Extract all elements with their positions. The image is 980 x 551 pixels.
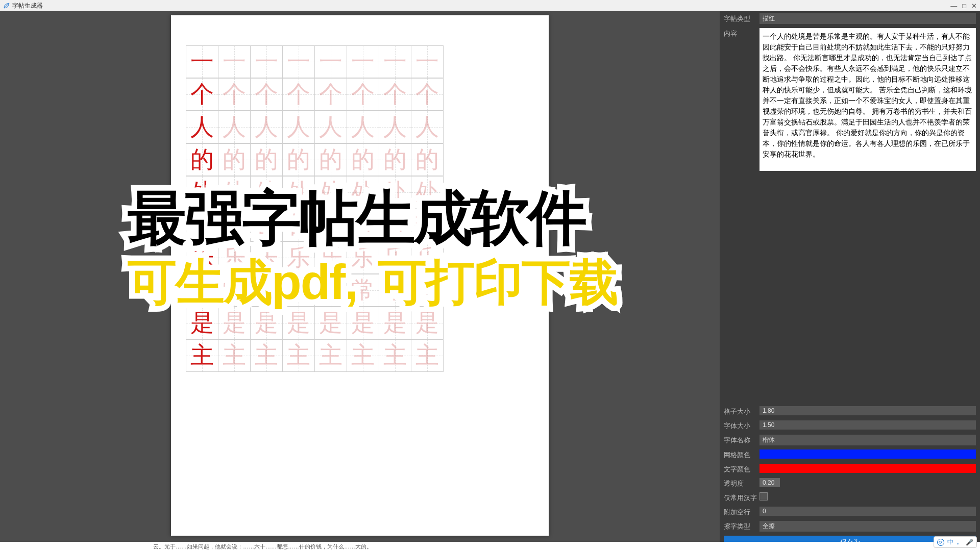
char-trace: 主	[319, 340, 342, 371]
char-solid: 一	[190, 46, 214, 78]
char-solid: 的	[190, 144, 214, 176]
font-name-input[interactable]: 楷体	[760, 435, 976, 445]
ime-lang: 中	[947, 538, 953, 546]
spacing-input[interactable]: 0	[760, 507, 976, 516]
content-textarea[interactable]: 一个人的处境是苦是乐常是主观的。有人安于某种生活，有人不能因此能安于自己目前处境…	[760, 28, 976, 171]
grid-cell: 一	[314, 45, 347, 78]
grid-cell: 的	[218, 143, 251, 176]
char-solid: 个	[190, 79, 214, 110]
grid-row: 主主主主主主主主	[186, 340, 533, 372]
char-trace: 的	[319, 144, 342, 176]
common-row: 仅常用汉字	[720, 490, 980, 505]
settings-panel: 字帖类型 描红 内容 一个人的处境是苦是乐常是主观的。有人安于某种生活，有人不能…	[720, 11, 980, 551]
char-trace: 人	[351, 111, 375, 143]
grid-cell: 个	[347, 78, 379, 111]
ime-punct: 。	[957, 538, 963, 546]
grid-cell: 个	[250, 78, 283, 111]
char-trace: 主	[223, 340, 246, 371]
grid-cell: 主	[347, 339, 379, 372]
char-trace: 人	[223, 111, 246, 143]
common-checkbox[interactable]	[760, 492, 768, 500]
grid-cell: 主	[379, 339, 411, 372]
fill-select[interactable]: 全擦	[760, 521, 976, 532]
char-trace: 的	[383, 144, 407, 176]
char-trace: 一	[415, 46, 439, 78]
char-trace: 的	[255, 144, 278, 176]
overlay-shadow1: 最强字帖生成软件	[128, 179, 585, 258]
char-solid: 主	[190, 340, 214, 371]
text-color-picker[interactable]	[760, 464, 976, 473]
content-label: 内容	[724, 28, 760, 38]
char-trace: 个	[351, 79, 375, 110]
char-trace: 人	[383, 111, 407, 143]
grid-cell: 主	[186, 339, 218, 372]
status-bar: 云。元于……如果问起，他就会说：……六十……都怎……什的价钱，为什么……大的。	[0, 542, 980, 551]
maximize-button[interactable]: □	[962, 2, 966, 10]
window-title: 字帖生成器	[12, 2, 43, 10]
cell-size-label: 格子大小	[724, 406, 760, 416]
char-trace: 人	[319, 111, 342, 143]
ime-indicator[interactable]: ⟳ 中 。 🎤	[934, 536, 977, 548]
grid-cell: 人	[347, 111, 379, 143]
char-trace: 主	[415, 340, 439, 371]
grid-cell: 的	[250, 143, 283, 176]
grid-cell: 一	[186, 45, 218, 78]
char-trace: 的	[223, 144, 246, 176]
grid-color-row: 网格颜色	[720, 447, 980, 462]
grid-cell: 个	[186, 78, 218, 111]
minimize-button[interactable]: —	[950, 2, 957, 10]
char-trace: 一	[319, 46, 342, 78]
char-trace: 主	[287, 340, 310, 371]
char-trace: 个	[287, 79, 310, 110]
grid-cell: 的	[411, 143, 444, 176]
grid-color-picker[interactable]	[760, 449, 976, 459]
grid-cell: 一	[218, 45, 251, 78]
mic-icon: 🎤	[966, 539, 973, 546]
char-trace: 个	[223, 79, 246, 110]
cell-size-input[interactable]: 1.80	[760, 406, 976, 415]
type-label: 字帖类型	[724, 13, 760, 23]
char-trace: 的	[415, 144, 439, 176]
char-trace: 人	[287, 111, 310, 143]
type-select[interactable]: 描红	[760, 13, 976, 24]
grid-cell: 个	[282, 78, 315, 111]
char-trace: 个	[319, 79, 342, 110]
grid-cell: 一	[347, 45, 379, 78]
char-trace: 人	[415, 111, 439, 143]
font-name-label: 字体名称	[724, 435, 760, 445]
grid-cell: 一	[282, 45, 315, 78]
grid-row: 的的的的的的的的	[186, 144, 533, 177]
grid-cell: 个	[411, 78, 444, 111]
cell-size-row: 格子大小 1.80	[720, 404, 980, 418]
grid-cell: 一	[411, 45, 444, 78]
close-button[interactable]: ✕	[971, 2, 977, 10]
grid-cell: 主	[411, 339, 444, 372]
ime-icon: ⟳	[937, 539, 944, 546]
char-trace: 主	[255, 340, 278, 371]
app-icon	[3, 2, 10, 9]
opacity-label: 透明度	[724, 478, 760, 488]
grid-cell: 人	[186, 111, 218, 143]
grid-cell: 一	[250, 45, 283, 78]
grid-row: 个个个个个个个个	[186, 79, 533, 111]
type-row: 字帖类型 描红	[720, 11, 980, 26]
char-trace: 一	[255, 46, 278, 78]
opacity-input[interactable]: 0.20	[760, 478, 780, 487]
grid-cell: 主	[218, 339, 251, 372]
char-trace: 个	[255, 79, 278, 110]
font-size-label: 字体大小	[724, 420, 760, 431]
grid-cell: 的	[379, 143, 411, 176]
spacing-row: 附加空行 0	[720, 505, 980, 519]
grid-cell: 人	[314, 111, 347, 143]
opacity-row: 透明度 0.20	[720, 476, 980, 490]
grid-cell: 人	[411, 111, 444, 143]
fill-row: 擦字类型 全擦	[720, 519, 980, 534]
char-trace: 一	[223, 46, 246, 78]
char-solid: 人	[190, 111, 214, 143]
window-controls: — □ ✕	[950, 2, 977, 10]
grid-cell: 的	[314, 143, 347, 176]
fill-label: 擦字类型	[724, 521, 760, 531]
text-color-row: 文字颜色	[720, 462, 980, 476]
grid-row: 一一一一一一一一	[186, 46, 533, 79]
font-size-input[interactable]: 1.50	[760, 420, 976, 430]
